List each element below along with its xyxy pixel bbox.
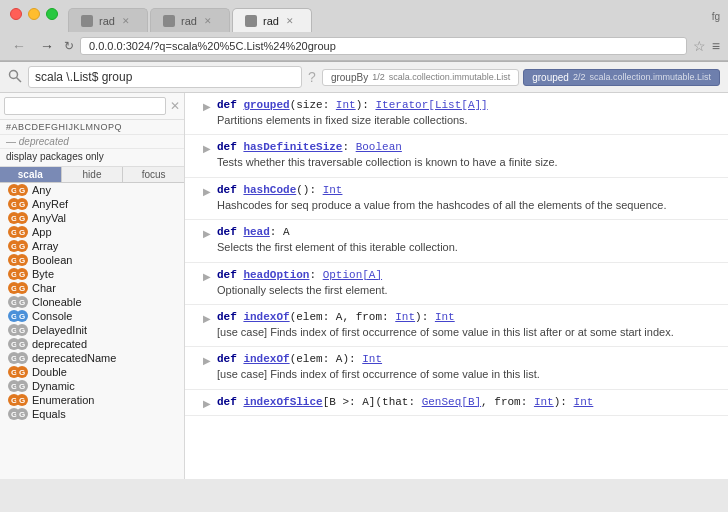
corner-label: fg — [712, 11, 720, 22]
browser-tab-2[interactable]: rad ✕ — [150, 8, 230, 32]
sidebar-item[interactable]: G G Equals — [0, 407, 184, 421]
sidebar-list: G G Any G G AnyRef G G AnyVal G G App G … — [0, 183, 184, 479]
maximize-button[interactable] — [46, 8, 58, 20]
browser-tab-3[interactable]: rad ✕ — [232, 8, 312, 32]
result-tab-groupby-sub: scala.collection.immutable.List — [389, 72, 511, 82]
sidebar-item-label: App — [32, 226, 52, 238]
expand-arrow-icon[interactable]: ▶ — [203, 396, 211, 409]
sidebar-item-label: Any — [32, 184, 51, 196]
content-item: ▶ def hashCode(): Int Hashcodes for seq … — [185, 178, 728, 220]
sidebar-item-icon2: G — [16, 198, 28, 210]
svg-line-1 — [17, 77, 22, 82]
content-item: ▶ def hasDefiniteSize: Boolean Tests whe… — [185, 135, 728, 177]
sidebar-item-label: Equals — [32, 408, 66, 420]
refresh-button[interactable]: ↻ — [64, 39, 74, 53]
sidebar-tab-focus[interactable]: focus — [123, 167, 184, 182]
sidebar-item-label: deprecated — [32, 338, 87, 350]
sidebar-item-label: deprecatedName — [32, 352, 116, 364]
sidebar-item[interactable]: G G Boolean — [0, 253, 184, 267]
address-bar: ← → ↻ 0.0.0.0:3024/?q=scala%20%5C.List%2… — [0, 32, 728, 61]
bookmark-icon[interactable]: ☆ — [693, 38, 706, 54]
sidebar-item[interactable]: G G Dynamic — [0, 379, 184, 393]
result-tab-groupby-label: groupBy — [331, 72, 368, 83]
sidebar-item[interactable]: G G Console — [0, 309, 184, 323]
def-signature: def grouped(size: Int): Iterator[List[A]… — [217, 99, 488, 111]
def-description: Tests whether this traversable collectio… — [217, 155, 558, 170]
expand-arrow-icon[interactable]: ▶ — [203, 226, 211, 239]
sidebar-search-input[interactable] — [4, 97, 166, 115]
content-item: ▶ def indexOf(elem: A, from: Int): Int [… — [185, 305, 728, 347]
sidebar-item-icon2: G — [16, 408, 28, 420]
sidebar-item[interactable]: G G AnyVal — [0, 211, 184, 225]
url-input[interactable]: 0.0.0.0:3024/?q=scala%20%5C.List%24%20gr… — [80, 37, 687, 55]
sidebar-tab-hide[interactable]: hide — [62, 167, 124, 182]
sidebar-item-label: DelayedInit — [32, 324, 87, 336]
sidebar-search-row: ✕ — [0, 93, 184, 120]
sidebar-item-icon2: G — [16, 184, 28, 196]
result-tab-grouped[interactable]: grouped 2/2 scala.collection.immutable.L… — [523, 69, 720, 86]
search-help-icon[interactable]: ? — [308, 69, 316, 85]
sidebar-item[interactable]: G G Double — [0, 365, 184, 379]
expand-arrow-icon[interactable]: ▶ — [203, 99, 211, 112]
sidebar-item-label: Cloneable — [32, 296, 82, 308]
browser-tab-1[interactable]: rad ✕ — [68, 8, 148, 32]
sidebar-item-icon2: G — [16, 240, 28, 252]
sidebar-item-icon2: G — [16, 394, 28, 406]
sidebar-item[interactable]: G G Enumeration — [0, 393, 184, 407]
forward-button[interactable]: → — [36, 36, 58, 56]
sidebar-item-icon2: G — [16, 366, 28, 378]
sidebar-item[interactable]: G G Byte — [0, 267, 184, 281]
sidebar-item-label: Enumeration — [32, 394, 94, 406]
tab-label-1: rad — [99, 15, 115, 27]
tab-favicon-1 — [81, 15, 93, 27]
back-button[interactable]: ← — [8, 36, 30, 56]
alphabet-bar[interactable]: #ABCDEFGHIJKLMNOPQ — [0, 120, 184, 135]
sidebar-item[interactable]: G G DelayedInit — [0, 323, 184, 337]
sidebar-item[interactable]: G G deprecated — [0, 337, 184, 351]
sidebar-item-label: Boolean — [32, 254, 72, 266]
sidebar-tab-scala[interactable]: scala — [0, 167, 62, 182]
sidebar-item-label: AnyVal — [32, 212, 66, 224]
tab-label-2: rad — [181, 15, 197, 27]
expand-arrow-icon[interactable]: ▶ — [203, 353, 211, 366]
def-description: Selects the first element of this iterab… — [217, 240, 458, 255]
def-description: Optionally selects the first element. — [217, 283, 388, 298]
def-description: [use case] Finds index of first occurren… — [217, 325, 674, 340]
tab-close-3[interactable]: ✕ — [285, 16, 295, 26]
search-icon — [8, 69, 22, 86]
sidebar-item-icon2: G — [16, 310, 28, 322]
def-description: Partitions elements in fixed size iterab… — [217, 113, 488, 128]
tab-label-3: rad — [263, 15, 279, 27]
sidebar-item[interactable]: G G Cloneable — [0, 295, 184, 309]
expand-arrow-icon[interactable]: ▶ — [203, 269, 211, 282]
menu-icon[interactable]: ≡ — [712, 38, 720, 54]
display-packages-label[interactable]: display packages only — [0, 149, 184, 167]
tab-close-2[interactable]: ✕ — [203, 16, 213, 26]
sidebar-item-icon2: G — [16, 352, 28, 364]
result-tab-grouped-label: grouped — [532, 72, 569, 83]
sidebar-item[interactable]: G G Char — [0, 281, 184, 295]
search-input[interactable] — [28, 66, 302, 88]
sidebar-package-tabs: scala hide focus — [0, 167, 184, 183]
content-item: ▶ def indexOfSlice[B >: A](that: GenSeq[… — [185, 390, 728, 416]
tab-close-1[interactable]: ✕ — [121, 16, 131, 26]
close-button[interactable] — [10, 8, 22, 20]
sidebar-clear-icon[interactable]: ✕ — [170, 99, 180, 113]
search-result-tabs: groupBy 1/2 scala.collection.immutable.L… — [322, 69, 720, 86]
sidebar-item[interactable]: G G Any — [0, 183, 184, 197]
sidebar-item-label: Byte — [32, 268, 54, 280]
result-tab-grouped-count: 2/2 — [573, 72, 586, 82]
minimize-button[interactable] — [28, 8, 40, 20]
expand-arrow-icon[interactable]: ▶ — [203, 184, 211, 197]
sidebar-item[interactable]: G G App — [0, 225, 184, 239]
expand-arrow-icon[interactable]: ▶ — [203, 311, 211, 324]
expand-arrow-icon[interactable]: ▶ — [203, 141, 211, 154]
sidebar-item[interactable]: G G AnyRef — [0, 197, 184, 211]
content-item: ▶ def headOption: Option[A] Optionally s… — [185, 263, 728, 305]
sidebar-item[interactable]: G G Array — [0, 239, 184, 253]
content-item: ▶ def grouped(size: Int): Iterator[List[… — [185, 93, 728, 135]
sidebar-item[interactable]: G G deprecatedName — [0, 351, 184, 365]
sidebar-item-icon2: G — [16, 212, 28, 224]
def-signature: def hashCode(): Int — [217, 184, 666, 196]
result-tab-groupby[interactable]: groupBy 1/2 scala.collection.immutable.L… — [322, 69, 519, 86]
